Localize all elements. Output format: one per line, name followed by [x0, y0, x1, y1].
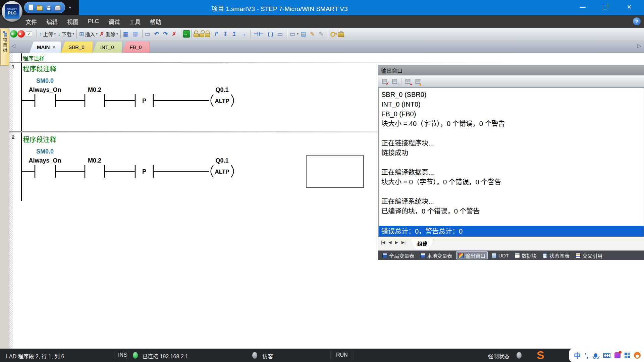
ime-punctuation-icon[interactable]: ’,	[585, 352, 588, 359]
selection-box[interactable]: ▭	[144, 29, 153, 39]
nav-arrow-button[interactable]: |◀	[380, 239, 386, 246]
key[interactable]	[330, 30, 338, 38]
tab-cross-reference[interactable]: 交叉引用	[574, 251, 604, 259]
restore-button[interactable]	[594, 0, 615, 14]
network-number[interactable]: 1	[12, 64, 14, 69]
output-line[interactable]: FB_0 (FB0)	[379, 109, 644, 119]
ladder-network-1[interactable]: SM0.0 Always_On M0.2 Q0.1 P ALTP	[19, 75, 254, 112]
chart-edit[interactable]: ✎	[318, 29, 326, 39]
ime-keyboard-icon[interactable]	[603, 353, 610, 358]
coil-address[interactable]: Q0.1	[215, 157, 228, 164]
tab-global-variable-table[interactable]: 全局变量表	[380, 251, 416, 259]
sogou-ime-icon[interactable]: S	[537, 349, 544, 361]
menu-item[interactable]: PLC	[83, 15, 104, 28]
pou-tab[interactable]: SBR_0	[61, 42, 93, 53]
ime-chinese-icon[interactable]: 中	[574, 351, 581, 360]
menu-item[interactable]: 工具	[124, 15, 145, 28]
output-log[interactable]: SBR_0 (SBR0)INT_0 (INT0)FB_0 (FB0)块大小 = …	[378, 87, 644, 237]
menu-item[interactable]: 调试	[104, 15, 124, 28]
stop[interactable]: ■	[17, 30, 25, 38]
toolbar-button[interactable]	[251, 30, 251, 38]
insert[interactable]: ⊞ 插入 ▾	[78, 29, 99, 39]
address-table[interactable]: ▤	[300, 29, 309, 39]
output-line[interactable]: 正在编译数据页...	[379, 168, 644, 177]
clear-output[interactable]: ▤ ✗	[381, 77, 388, 85]
insert-contact[interactable]: ⊣⊢	[252, 29, 267, 39]
print-icon[interactable]	[55, 6, 61, 10]
toolbar-button[interactable]	[212, 30, 212, 38]
tab-output-window[interactable]: 输出窗口	[456, 251, 488, 259]
save-icon[interactable]	[46, 5, 51, 10]
tab-scroll-left-icon[interactable]: ◁	[11, 43, 15, 49]
contact-address[interactable]: SM0.0	[36, 148, 54, 155]
contact-symbol[interactable]: Always_On	[29, 86, 61, 93]
menu-item[interactable]: 帮助	[145, 15, 166, 28]
pou-tab[interactable]: MAIN ×	[30, 42, 61, 53]
output-line[interactable]	[379, 216, 644, 226]
network-number[interactable]: 2	[12, 134, 14, 140]
output-line[interactable]	[379, 129, 644, 138]
output-line[interactable]: 块大小 = 0（字节），0 个错误，0 个警告	[379, 177, 644, 187]
coil-type[interactable]: ALTP	[215, 169, 229, 175]
redo[interactable]: ↷	[162, 29, 171, 39]
menu-item[interactable]: 编辑	[42, 15, 62, 28]
nav-arrow-button[interactable]: ◀	[387, 239, 393, 246]
edge-contact-label[interactable]: P	[142, 168, 146, 175]
program-block[interactable]: ▦	[122, 29, 131, 39]
output-toolbar-button[interactable]	[401, 78, 401, 85]
ime-skin-icon[interactable]	[614, 352, 621, 358]
toolbar-button[interactable]	[142, 30, 143, 38]
ladder-network-2[interactable]: SM0.0 Always_On M0.2 Q0.1 P ALTP	[19, 146, 254, 183]
dropdown-caret-icon[interactable]: ▾	[72, 32, 74, 36]
line-branch[interactable]: ↱	[213, 29, 222, 39]
help-icon[interactable]: ?	[633, 17, 641, 25]
tab-udt[interactable]: UDT	[490, 251, 511, 259]
lock[interactable]	[193, 30, 199, 38]
goto[interactable]: →	[183, 30, 190, 38]
output-line[interactable]: 链接成功	[379, 148, 644, 158]
ime-mic-icon[interactable]	[594, 353, 597, 358]
line-up[interactable]: ↥	[231, 29, 239, 39]
toolbar-button[interactable]	[328, 30, 328, 38]
download[interactable]: ↓ 下载 ▾	[57, 29, 75, 39]
contact-address[interactable]: SM0.0	[36, 77, 54, 84]
nav-arrow-button[interactable]: ▶|	[400, 239, 407, 246]
project-tree-collapsed-tab[interactable]: 项目树	[0, 29, 9, 66]
output-line[interactable]: 已编译的块，0 个错误，0 个警告	[379, 206, 644, 216]
open-file-icon[interactable]	[37, 6, 43, 10]
upload[interactable]: ↑ 上传 ▾	[38, 29, 57, 39]
menu-item[interactable]: 视图	[62, 15, 83, 28]
pou-tab[interactable]: FB_0	[122, 42, 150, 53]
build-tab[interactable]: 组建	[411, 239, 434, 249]
network-comment[interactable]: 程序段注释	[23, 134, 56, 144]
line-down[interactable]: ↧	[222, 29, 231, 39]
contact-symbol[interactable]: Always_On	[29, 157, 61, 164]
toolbar-button[interactable]	[37, 30, 37, 38]
delete[interactable]: ✗ 删除 ▾	[99, 29, 119, 39]
output-window-title[interactable]: 输出窗口	[378, 65, 644, 75]
coil-address[interactable]: Q0.1	[215, 86, 228, 93]
program-block-alt[interactable]: ▦	[131, 29, 141, 39]
run[interactable]: ▶	[10, 30, 17, 38]
tab-local-variable-table[interactable]: 本地变量表	[418, 251, 454, 259]
pou-tab[interactable]: INT_0	[93, 42, 122, 53]
cancel[interactable]: ✗	[171, 29, 179, 39]
edge-contact-label[interactable]: P	[142, 98, 146, 104]
output-line[interactable]: 正在编译系统块...	[379, 197, 644, 206]
ime-fox-icon[interactable]	[634, 352, 641, 359]
network-comment[interactable]: 程序段注释	[23, 64, 56, 73]
toolbar-button[interactable]	[76, 30, 77, 38]
output-line[interactable]	[379, 187, 644, 197]
menu-item[interactable]: 文件	[21, 15, 42, 28]
toolbar-button[interactable]	[287, 30, 287, 38]
address-box[interactable]: ▭ ▾	[288, 29, 300, 39]
tab-data-block[interactable]: 数据块	[513, 251, 539, 259]
minimize-button[interactable]: —	[572, 0, 593, 14]
nav-arrow-button[interactable]: ▶	[394, 239, 399, 246]
symbol-table-edit[interactable]: ✎	[309, 29, 318, 39]
selection-box[interactable]	[306, 155, 364, 188]
options-case[interactable]	[338, 33, 344, 37]
compile[interactable]: ✓	[25, 29, 35, 39]
toolbar-button[interactable]	[120, 30, 121, 38]
line-right[interactable]: →	[239, 29, 249, 39]
